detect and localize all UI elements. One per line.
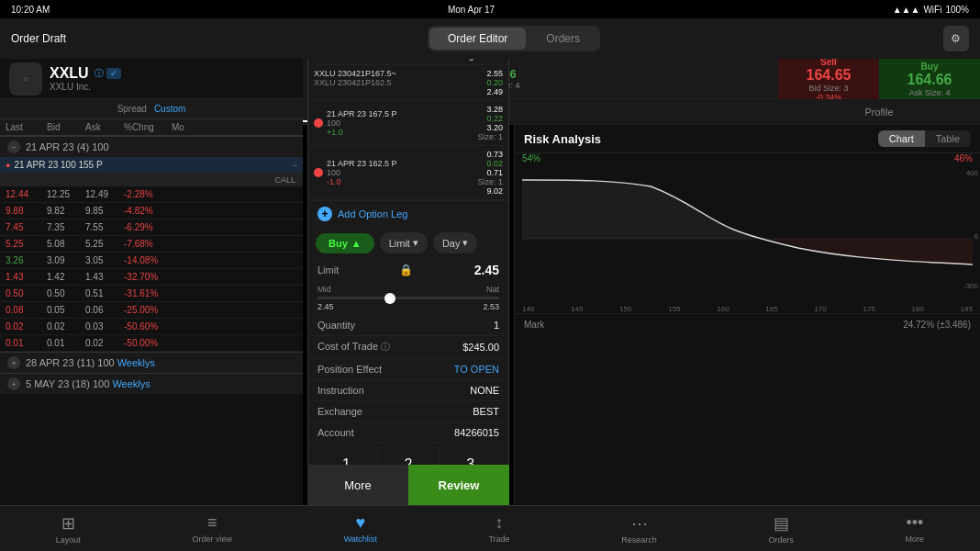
options-row-0[interactable]: 12.44 12.25 12.49 -2.28% — [0, 186, 303, 203]
risk-chart-svg — [522, 173, 973, 274]
buy-block[interactable]: Buy 164.66 Ask Size: 4 — [879, 59, 980, 99]
day-dropdown[interactable]: Day ▾ — [433, 232, 478, 253]
account-value: 84266015 — [454, 427, 499, 438]
limit-dropdown[interactable]: Limit ▾ — [380, 232, 428, 253]
sym-extra2-3: 9.02 — [477, 186, 503, 196]
options-section-3[interactable]: + 5 MAY 23 (18) 100 Weeklys — [0, 373, 303, 394]
dot-sell-3 — [314, 168, 323, 177]
day-chevron: ▾ — [462, 237, 468, 249]
risk-percentages: 54% 46% — [515, 153, 980, 163]
buy-label: Buy — [921, 62, 939, 72]
orders-icon: ▤ — [774, 513, 789, 534]
status-date: Mon Apr 17 — [448, 5, 495, 15]
nav-more[interactable]: ••• More — [896, 510, 934, 547]
row-bid-5: 1.42 — [47, 272, 85, 282]
expand-btn-1[interactable]: − — [7, 141, 20, 153]
add-option-leg[interactable]: + Add Option Leg — [308, 201, 508, 227]
options-row-8[interactable]: 0.02 0.02 0.03 -50.60% — [0, 319, 303, 335]
battery-icon: 100% — [945, 5, 969, 15]
tab-order-editor[interactable]: Order Editor — [429, 28, 526, 50]
spread-value[interactable]: Custom — [154, 104, 185, 114]
tab-orders[interactable]: Orders — [528, 28, 598, 50]
review-button[interactable]: Review — [408, 465, 509, 505]
row-ask-4: 3.05 — [85, 255, 124, 265]
risk-tab-chart[interactable]: Chart — [878, 130, 925, 147]
row-bid-8: 0.02 — [47, 321, 85, 332]
row-last-5: 1.43 — [6, 272, 47, 282]
sell-block[interactable]: Sell 164.65 Bid Size: 3 -0.34% — [778, 59, 879, 99]
options-row-5[interactable]: 1.43 1.42 1.43 -32.70% — [0, 269, 303, 286]
row-ask-3: 5.25 — [85, 239, 124, 249]
sym-open-2: 3.20 — [477, 123, 503, 132]
risk-xaxis: 140 145 150 155 160 165 170 175 180 185 — [515, 305, 980, 313]
options-row-9[interactable]: 0.01 0.01 0.02 -50.00% — [0, 335, 303, 352]
row-ask-7: 0.06 — [85, 305, 124, 315]
risk-header: Risk Analysis Chart Table — [515, 125, 980, 153]
sym-sub-2: 100 — [327, 118, 473, 128]
row-last-4: 3.26 — [6, 255, 47, 265]
options-row-7[interactable]: 0.08 0.05 0.06 -25.00% — [0, 302, 303, 319]
sym-prices-1: 2.55 0.20 2.49 — [486, 69, 503, 96]
trade-label: Trade — [488, 534, 509, 544]
nav-orders[interactable]: ▤ Orders — [759, 510, 803, 548]
options-header: Last Bid Ask %Chng Mo — [0, 119, 303, 136]
options-section-1[interactable]: − 21 APR 23 (4) 100 — [0, 136, 303, 157]
nav-research[interactable]: ⋯ Research — [612, 510, 666, 548]
options-row-1[interactable]: 9.88 9.82 9.85 -4.82% — [0, 203, 303, 219]
settings-button[interactable]: ⚙ — [943, 26, 969, 51]
expand-btn-2[interactable]: + — [7, 356, 20, 369]
cost-value: $245.00 — [462, 342, 499, 353]
sym-last-1: 2.55 — [486, 69, 503, 78]
nav-order-view[interactable]: ≡ Order view — [183, 510, 241, 547]
buy-button[interactable]: Buy ▲ — [316, 233, 374, 253]
row-chng-5: -32.70% — [124, 272, 172, 282]
row-ask-0: 12.49 — [85, 189, 124, 199]
profile-tab[interactable]: Profile — [778, 99, 980, 125]
sym-chng-3: 0.02 — [477, 159, 503, 168]
expand-btn-3[interactable]: + — [7, 377, 20, 390]
sym-name-1: XXLU 230421P167.5~ — [314, 69, 483, 78]
big-bid-ask: Sell 164.65 Bid Size: 3 -0.34% Buy 164.6… — [778, 59, 980, 99]
row-chng-4: -14.08% — [124, 255, 172, 265]
sym-size-2: Size: 1 — [477, 132, 503, 141]
watchlist-label: Watchlist — [344, 534, 377, 544]
options-section-2[interactable]: + 28 APR 23 (11) 100 Weeklys — [0, 352, 303, 373]
header-tabs: Order Editor Orders — [428, 26, 600, 51]
nav-watchlist[interactable]: ♥ Watchlist — [335, 510, 386, 547]
trade-icon: ↕ — [496, 513, 504, 533]
more-button[interactable]: More — [307, 465, 408, 505]
pct-red: 46% — [954, 153, 973, 163]
nat-label: Nat — [486, 285, 499, 294]
spread-label: Spread — [117, 104, 147, 114]
price-slider[interactable] — [317, 297, 499, 299]
x-170: 170 — [814, 305, 826, 313]
exchange-row: Exchange BEST — [308, 401, 508, 422]
x-180: 180 — [912, 305, 924, 313]
options-row-4[interactable]: 3.26 3.09 3.05 -14.08% — [0, 253, 303, 269]
nav-trade[interactable]: ↕ Trade — [479, 510, 518, 547]
risk-tab-table[interactable]: Table — [925, 130, 971, 147]
sym-extra-2: +1.0 — [327, 128, 473, 137]
highlighted-row[interactable]: ● 21 APR 23 100 155 P − — [0, 157, 303, 174]
header-bar: Order Draft Order Editor Orders ⚙ — [0, 18, 980, 59]
row-ask-1: 9.85 — [85, 206, 124, 216]
order-editor-overlay: VERTICAL XXLU 100 21 APR 23 (4) 167.5/16… — [307, 0, 509, 505]
options-row-3[interactable]: 5.25 5.08 5.25 -7.68% — [0, 236, 303, 253]
x-145: 145 — [571, 305, 583, 313]
row-last-0: 12.44 — [6, 189, 47, 199]
options-table[interactable]: Last Bid Ask %Chng Mo − 21 APR 23 (4) 10… — [0, 119, 303, 505]
highlight-label: 21 APR 23 100 155 P — [14, 160, 292, 170]
options-row-6[interactable]: 0.50 0.50 0.51 -31.61% — [0, 286, 303, 302]
symbol-row-1: XXLU 230421P167.5~ XXLU 230421P162.5 2.5… — [308, 65, 508, 101]
options-row-2[interactable]: 7.45 7.35 7.55 -6.29% — [0, 219, 303, 236]
exchange-label: Exchange — [317, 406, 362, 417]
buy-arrow: ▲ — [351, 238, 362, 249]
stock-logo: ○ — [9, 62, 42, 96]
exchange-value: BEST — [473, 406, 499, 417]
quantity-label: Quantity — [317, 320, 355, 331]
col-last: Last — [6, 122, 47, 132]
sym-size-3: Size: 1 — [477, 177, 503, 186]
profile-label: Profile — [864, 107, 893, 118]
nav-layout[interactable]: ⊞ Layout — [47, 510, 90, 548]
stock-info-row: ○ XXLU ⓘ ✓ XXLU Inc. — [0, 59, 303, 99]
